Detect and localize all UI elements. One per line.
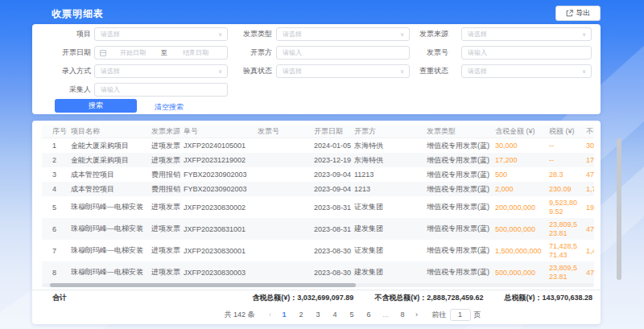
filter-label-verify-status: 验真状态 [224,64,272,78]
page-button[interactable]: 3 [312,308,324,321]
cell-no: 2 [52,156,71,164]
invoice-source-select[interactable]: 请选择 ∨ [461,27,592,41]
cell-type: 增值税专用发票(蓝) [427,155,495,166]
cell-amount_excl: 17,200 [586,156,594,164]
invoice-type-select[interactable]: 请选择 ∨ [276,27,410,41]
horizontal-scrollbar[interactable] [42,283,594,287]
filter-panel: 项目 请选择 ∨ 发票类型 请选择 ∨ 发票来源 请选择 ∨ 开票日期 开始日期… [32,24,601,114]
cell-tax: -- [549,142,586,150]
cell-amount_incl: 500 [495,171,549,179]
verify-status-placeholder: 请选择 [283,68,302,75]
cell-no: 4 [52,185,71,193]
export-label: 导出 [576,8,591,19]
cell-tax: -- [549,156,586,164]
dup-status-select[interactable]: 请选择 ∨ [461,64,592,78]
column-header: 开票日期 [314,126,354,137]
table-row: 8珠穆朗玛峰—电梯安装进项发票JXFP202308300032023-08-30… [42,261,594,283]
column-header: 发票来源 [151,126,184,137]
cell-date: 2023-08-31 [314,225,354,233]
clear-search-link[interactable]: 清空搜索 [155,102,184,113]
date-start-placeholder: 开始日期 [106,47,159,59]
table-row: 4成本管控项目费用报销FYBX202309020032023-09-041213… [42,182,594,196]
invoice-no-input[interactable]: 请输入 [461,46,592,60]
page-button[interactable]: 5 [346,308,358,321]
page-title: 收票明细表 [52,7,104,21]
page-button[interactable]: 6 [363,308,375,321]
filter-label-invoice-date: 开票日期 [43,46,91,60]
verify-status-select[interactable]: 请选择 ∨ [276,64,410,78]
cell-source: 进项发票 [151,267,184,278]
cell-issuer: 东海特供 [354,141,427,151]
tax-total-value: 143,970,638.28 [542,294,592,302]
table-row: 2金能大厦采购项目进项发票JXFP202312190022023-12-19东海… [42,153,594,167]
cell-tax: 28.3 [549,171,586,179]
vertical-scrollbar[interactable] [617,138,621,280]
horizontal-scrollbar-thumb[interactable] [50,283,356,287]
cell-project: 珠穆朗玛峰—电梯安装 [71,245,151,256]
cell-date: 2023-12-19 [314,156,354,164]
page-button[interactable]: 1 [279,308,291,321]
cell-type: 增值税专用发票(蓝) [427,170,495,180]
cell-order_no: FYBX20230902003 [184,171,258,179]
cell-amount_incl: 1,500,000,000 [495,247,549,255]
page-ellipsis: ... [380,308,392,321]
page-button[interactable]: 4 [329,308,341,321]
project-placeholder: 请选择 [101,31,120,38]
date-end-placeholder: 结束日期 [169,47,222,59]
cell-type: 增值税专用发票(蓝) [427,224,495,234]
cell-date: 2023-08-31 [314,204,354,212]
goto-label: 前往 [432,310,447,320]
table-row: 1金能大厦采购项目进项发票JXFP202401050012024-01-05东海… [42,138,594,153]
cell-amount_incl: 500,000,000 [495,269,549,277]
pagination: 共 142 条 ‹ 123456...8 › 前往 1 页 [32,308,601,321]
chevron-down-icon: ∨ [218,65,222,77]
summary-row: 合计 含税总额(¥)：3,032,699,097.89 不含税总额(¥)：2,8… [32,290,601,306]
cell-issuer: 建发集团 [354,224,427,234]
table-row: 6珠穆朗玛峰—电梯安装进项发票JXFP202308310012023-08-31… [42,218,594,240]
column-header: 项目名称 [71,126,151,137]
cell-source: 进项发票 [151,155,184,166]
issuer-input[interactable]: 请输入 [276,46,410,60]
prev-page-button[interactable]: ‹ [265,310,276,319]
goto-page-input[interactable]: 1 [450,309,471,321]
cell-no: 8 [52,269,71,277]
search-button[interactable]: 搜索 [55,99,137,113]
page-button[interactable]: 8 [397,308,409,321]
cell-tax: 71,428,571.43 [549,242,586,260]
cell-date: 2023-09-04 [314,171,354,179]
tax-total: 总税额(¥)：143,970,638.28 [504,293,592,303]
next-page-button[interactable]: › [411,310,423,319]
tax-incl-total: 含税总额(¥)：3,032,699,097.89 [252,293,353,303]
collector-input[interactable]: 请输入 [94,83,228,97]
cell-source: 费用报销 [151,170,184,180]
cell-tax: 9,523,809.52 [549,199,586,216]
collector-placeholder: 请输入 [101,86,120,93]
filter-label-project: 项目 [43,27,91,41]
export-button[interactable]: 导出 [555,6,601,21]
summary-total-label: 合计 [52,293,67,303]
dup-status-placeholder: 请选择 [468,68,487,75]
cell-tax: 23,809,523.81 [549,264,586,282]
entry-method-select[interactable]: 请选择 ∨ [94,64,228,78]
cell-amount_excl: 1,428,571,428.57 [586,247,594,255]
cell-type: 增值税专用发票(蓝) [427,141,495,151]
cell-order_no: JXFP20230830002 [184,204,258,212]
cell-order_no: JXFP20240105001 [184,142,258,150]
invoice-source-placeholder: 请选择 [468,31,487,38]
cell-no: 7 [52,247,71,255]
cell-amount_incl: 17,200 [495,156,549,164]
tax-excl-total-value: 2,888,728,459.62 [427,294,483,302]
cell-tax: 23,809,523.81 [549,220,586,238]
filter-label-issuer: 开票方 [224,46,272,60]
filter-label-collector: 采集人 [43,83,91,97]
page-button[interactable]: 2 [295,308,308,321]
cell-issuer: 证发集团 [354,245,427,256]
invoice-date-range-picker[interactable]: 开始日期 至 结束日期 [94,46,228,60]
issuer-placeholder: 请输入 [283,49,302,56]
project-select[interactable]: 请选择 ∨ [94,27,228,41]
cell-amount_excl: 1,769.91 [586,185,594,193]
filter-label-invoice-type: 发票类型 [224,27,272,41]
cell-order_no: FYBX20230902003 [184,185,258,193]
cell-no: 3 [52,171,71,179]
goto-unit-label: 页 [474,310,481,320]
